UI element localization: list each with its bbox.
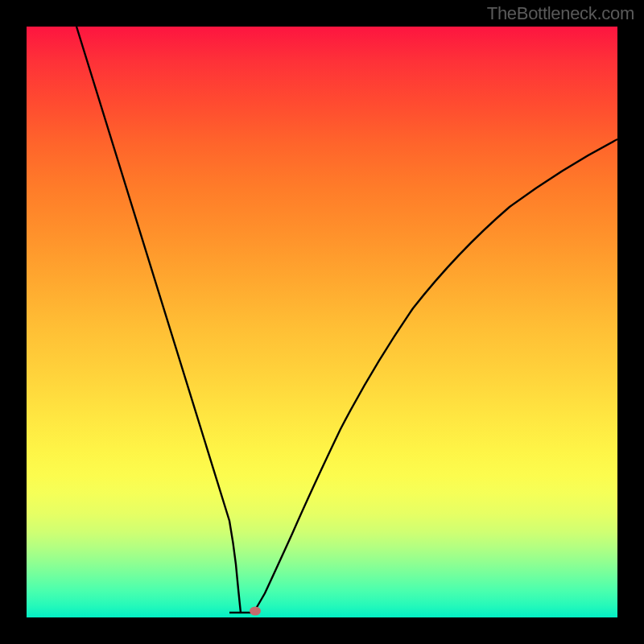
watermark-text: TheBottleneck.com xyxy=(487,3,634,24)
bottleneck-curve xyxy=(27,27,617,617)
curve-right-branch xyxy=(254,139,617,613)
chart-plot-area xyxy=(27,27,617,617)
bottleneck-marker xyxy=(250,607,261,616)
curve-left-branch xyxy=(76,27,241,613)
